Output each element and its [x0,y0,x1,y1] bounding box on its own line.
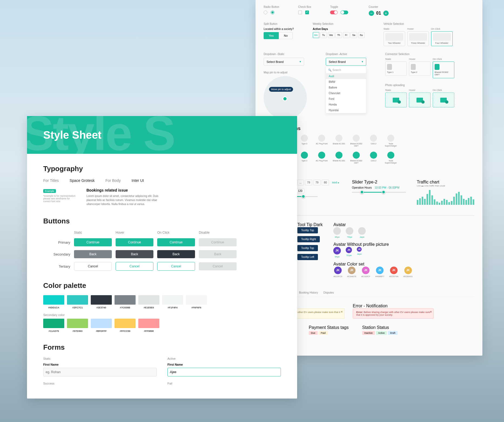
avatar-initials[interactable]: JKTDpe [346,247,352,258]
page-button[interactable]: 80 [322,180,329,185]
dd-active-title: Dropdown -Active [326,53,366,56]
upload-card[interactable] [433,93,454,107]
tab[interactable]: Booking History [299,289,318,297]
chevron-down-icon: ▾ [362,60,363,63]
typography-heading: Typography [43,165,281,173]
secondary-click-button[interactable]: Back [157,250,195,258]
style-sheet-panel: Style S Style Sheet Typography For Title… [27,116,297,399]
connector-card[interactable]: Bharat DC002 GB/T [433,62,454,78]
avatar-initials[interactable]: JKJape [357,247,362,258]
day-Fr[interactable]: Fr [343,32,350,38]
checkbox-unchecked[interactable] [298,11,302,14]
plug-icon: Bharat AC-001 [333,135,345,147]
day-Tu[interactable]: Tu [320,32,327,38]
firstname-input-active[interactable] [167,368,281,376]
counter-plus-button[interactable]: + [383,11,389,16]
dropdown-item[interactable]: Hyundai [326,107,366,113]
page-button[interactable]: 78 [305,180,312,185]
connector-card[interactable]: Type 2 [409,62,431,76]
counter-label: Counter [369,5,389,8]
firstname-input-static[interactable] [43,368,157,376]
col-disable: Disable [199,231,237,234]
avatar-color: JK#623FC6 [333,267,342,278]
vehicle-card[interactable]: Four Wheeler [431,31,453,46]
plug-icon: Tesla SuperCharger [385,135,397,147]
avatar-color: JK#46BBF7 [375,267,384,278]
chart-bar [446,200,448,205]
status-tag: Draft [388,331,398,335]
dropdown-item[interactable]: BMW [326,79,366,85]
col-static: Static [74,231,112,234]
radio-unchecked[interactable] [264,11,267,14]
chart-bar [422,197,423,205]
row-primary: Primary [43,240,70,244]
primary-hover-button[interactable]: Continue [116,238,153,246]
select-static[interactable]: Select Brand ▾ [264,58,304,66]
dropdown-item[interactable]: Honda [326,102,366,107]
checkbox-label: Check Box [298,5,311,8]
tertiary-static-button[interactable]: Cancel [74,262,112,271]
vehicle-title: Vehicle Selection [384,22,453,25]
map-pin-icon[interactable] [283,96,287,101]
dropdown-item[interactable]: Audi [326,73,366,79]
day-Mo[interactable]: Mo [313,32,319,38]
secondary-static-button[interactable]: Back [74,250,112,258]
chart-bar [429,190,431,205]
tertiary-hover-button[interactable]: Cancel [116,262,153,271]
sample-heading: Bookings related issue [86,188,167,192]
avatar-initials-row: JKMipeJKTDpeJKJape [333,247,413,258]
checkbox-checked[interactable] [305,11,309,14]
vehicle-card[interactable]: Two Wheeler [384,31,405,46]
tertiary-disable-button: Cancel [199,262,237,270]
close-icon[interactable]: ✕ [341,310,343,313]
row-secondary: Secondary [43,252,70,256]
close-icon[interactable]: ✕ [430,310,432,313]
vehicle-card[interactable]: Three Wheeler [407,31,429,46]
dropdown-search[interactable]: 🔍 Search [326,67,366,73]
swatch: #E1E5E6 [138,295,159,309]
avatar-color: JK#EDBA51 [403,267,413,278]
counter-minus-button[interactable]: − [369,11,374,16]
swatch: #FF9898 [138,319,159,332]
day-Su[interactable]: Su [358,32,365,38]
dropdown-item[interactable]: Chevrolet [326,90,366,96]
split-no[interactable]: No [279,32,293,39]
slider2-label: Operation Hours [352,186,372,189]
primary-static-button[interactable]: Continue [74,238,112,246]
upload-icon [416,98,423,103]
primary-click-button[interactable]: Continue [157,238,195,246]
titles-label: For Titles [43,178,59,183]
tertiary-click-button[interactable]: Cancel [157,262,195,271]
connector-card[interactable]: Type 1 [385,62,407,76]
tooltip-dark: Tooltip Top [297,227,318,233]
tooltip-dark: Tooltip Left [297,254,318,260]
chart-bar [434,199,435,205]
avatar[interactable]: Jape [358,227,366,238]
upload-card[interactable] [385,93,407,107]
traffic-legend: Live ▬ Less traffic than usual [417,185,474,187]
day-We[interactable]: We [328,32,334,38]
avatar[interactable]: Mipe [333,227,341,238]
radio-checked[interactable] [271,11,274,14]
dropdown-item[interactable]: Ford [326,96,366,102]
slider2-title: Slider Type-2 [352,180,406,185]
toggle-off[interactable] [330,11,338,14]
page-button[interactable]: ... [297,180,304,185]
slider-hours[interactable] [352,189,406,196]
tab[interactable]: Disputes [323,289,334,297]
upload-card[interactable] [409,93,431,107]
map-preview[interactable]: Move pin to adjust [264,76,307,119]
chart-bar [470,197,472,205]
day-Sa[interactable]: Sa [351,32,357,38]
avatar[interactable]: TDpe [346,227,353,238]
dropdown-item[interactable]: Ballore [326,85,366,90]
page-next[interactable]: next ▸ [330,180,341,185]
toggle-on[interactable] [341,11,348,14]
select-active[interactable]: Select Brand ▾ [326,58,366,66]
secondary-hover-button[interactable]: Back [116,250,153,258]
split-yes[interactable]: Yes [264,32,279,39]
day-Th[interactable]: Th [335,32,342,38]
page-button[interactable]: 79 [313,180,321,185]
radio-label: Radio Button [264,5,279,8]
avatar-initials[interactable]: JKMipe [333,247,341,258]
